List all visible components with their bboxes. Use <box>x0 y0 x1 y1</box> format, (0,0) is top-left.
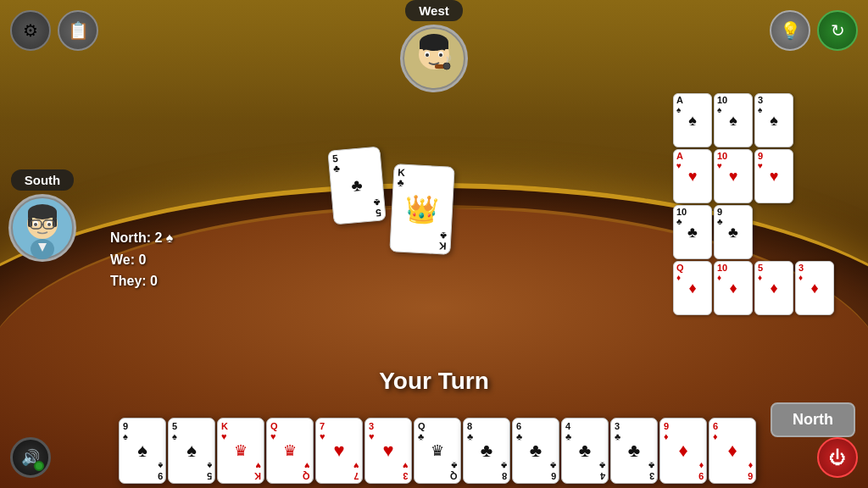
power-button[interactable]: ⏻ <box>817 437 858 478</box>
settings-button[interactable]: ⚙ <box>10 10 51 51</box>
played-card-kclubs: K♣ 👑 K♣ <box>389 164 454 255</box>
hand-card-9s[interactable]: 9♠ ♠ 9♠ <box>119 418 166 484</box>
hand-card-qh[interactable]: Q♥ ♛ Q♥ <box>266 418 314 484</box>
top-left-toolbar: ⚙ 📋 <box>10 10 98 51</box>
top-right-toolbar: 💡 ↻ <box>770 10 858 51</box>
hand-card-3c[interactable]: 3♣ ♣ 3♣ <box>610 418 658 484</box>
they-score: They: 0 <box>110 270 173 292</box>
trick-row-3: 10 ♣ ♣ 9 ♣ ♣ <box>673 205 860 259</box>
west-player-avatar <box>400 25 468 92</box>
trick-card-as: A ♠ ♠ <box>673 93 712 147</box>
sound-status-indicator <box>34 461 44 471</box>
hand-card-4c[interactable]: 4♣ ♣ 4♣ <box>561 418 609 484</box>
hand-card-6c[interactable]: 6♣ ♣ 6♣ <box>512 418 559 484</box>
trick-card-5d: 5 ♦ ♦ <box>754 261 793 315</box>
we-score: We: 0 <box>110 249 173 271</box>
hand-card-3h[interactable]: 3♥ ♥ 3♥ <box>364 418 412 484</box>
table-cards-area: 5♣ ♣ 5♣ K♣ 👑 K♣ <box>331 148 453 253</box>
bottom-left-toolbar: 🔊 <box>10 437 51 478</box>
trick-card-9c: 9 ♣ ♣ <box>714 205 753 259</box>
bid-score: North: 2 ♠ <box>110 227 173 249</box>
hand-card-5s[interactable]: 5♠ ♠ 5♠ <box>168 418 215 484</box>
trick-cards-area: A ♠ ♠ 10 ♠ ♠ 3 ♠ ♠ A ♥ ♥ 10 ♥ ♥ 9 ♥ ♥ <box>673 93 860 317</box>
hand-card-9d[interactable]: 9♦ ♦ 9♦ <box>659 418 707 484</box>
player-hand: 9♠ ♠ 9♠ 5♠ ♠ 5♠ K♥ ♛ K♥ Q♥ ♛ Q♥ 7♥ ♥ 7♥ … <box>119 418 698 484</box>
south-player: South <box>8 169 76 262</box>
hand-card-8c[interactable]: 8♣ ♣ 8♣ <box>463 418 510 484</box>
hand-card-7h[interactable]: 7♥ ♥ 7♥ <box>315 418 363 484</box>
west-player-label: West <box>405 0 463 21</box>
north-button[interactable]: North <box>771 402 855 437</box>
trick-card-10s: 10 ♠ ♠ <box>714 93 753 147</box>
svg-point-9 <box>443 63 450 69</box>
svg-point-18 <box>34 223 37 226</box>
trick-card-10d: 10 ♦ ♦ <box>714 261 753 315</box>
sound-control: 🔊 <box>10 437 51 478</box>
west-player: West <box>400 0 468 92</box>
hand-card-kh[interactable]: K♥ ♛ K♥ <box>217 418 264 484</box>
trick-row-1: A ♠ ♠ 10 ♠ ♠ 3 ♠ ♠ <box>673 93 860 147</box>
trick-card-9h: 9 ♥ ♥ <box>754 149 793 203</box>
svg-rect-3 <box>420 42 448 49</box>
svg-rect-13 <box>28 212 57 218</box>
refresh-button[interactable]: ↻ <box>817 10 858 51</box>
trick-card-10c: 10 ♣ ♣ <box>673 205 712 259</box>
trick-row-4: Q ♦ ♦ 10 ♦ ♦ 5 ♦ ♦ 3 ♦ ♦ <box>673 261 860 315</box>
trick-card-3d: 3 ♦ ♦ <box>795 261 834 315</box>
svg-point-7 <box>439 53 442 57</box>
sound-button[interactable]: 🔊 <box>10 437 51 478</box>
svg-point-19 <box>47 223 51 226</box>
trick-card-qd: Q ♦ ♦ <box>673 261 712 315</box>
trick-card-3s: 3 ♠ ♠ <box>754 93 793 147</box>
notes-button[interactable]: 📋 <box>58 10 98 51</box>
trick-row-2: A ♥ ♥ 10 ♥ ♥ 9 ♥ ♥ <box>673 149 860 203</box>
hand-card-qc[interactable]: Q♣ ♛ Q♣ <box>414 418 461 484</box>
svg-point-6 <box>426 53 429 57</box>
trick-card-10h: 10 ♥ ♥ <box>714 149 753 203</box>
lamp-icon: 💡 <box>770 10 810 51</box>
south-player-avatar <box>8 194 76 262</box>
trick-card-ah: A ♥ ♥ <box>673 149 712 203</box>
hand-card-6d[interactable]: 6♦ ♦ 6♦ <box>709 418 756 484</box>
your-turn-label: Your Turn <box>379 368 489 395</box>
south-player-label: South <box>11 169 75 191</box>
score-panel: North: 2 ♠ We: 0 They: 0 <box>110 227 173 292</box>
played-card-5clubs: 5♣ ♣ 5♣ <box>327 146 386 225</box>
